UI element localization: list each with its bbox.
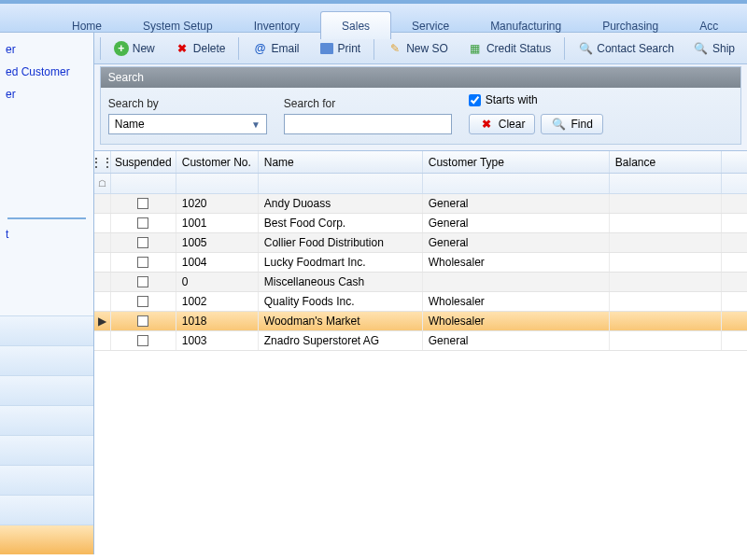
cell-suspended[interactable] xyxy=(111,273,176,291)
cell-customer-no: 1003 xyxy=(176,331,259,350)
menu-tab-home[interactable]: Home xyxy=(51,13,122,39)
row-indicator xyxy=(94,292,111,311)
search-by-dropdown[interactable]: Name ▼ xyxy=(108,114,267,134)
cell-balance xyxy=(610,214,722,232)
menu-tab-manufacturing[interactable]: Manufacturing xyxy=(470,13,582,39)
cell-type: Wholesaler xyxy=(423,292,610,311)
cell-suspended[interactable] xyxy=(111,312,176,330)
checkbox-icon[interactable] xyxy=(137,276,148,287)
row-selector-header[interactable]: ⋮⋮ xyxy=(94,151,111,173)
cell-suspended[interactable] xyxy=(111,331,176,350)
checkbox-icon[interactable] xyxy=(137,296,148,307)
cell-type: General xyxy=(423,194,610,213)
document-icon: ✎ xyxy=(388,41,402,56)
checkbox-icon[interactable] xyxy=(137,315,148,327)
new-button[interactable]: +New xyxy=(106,37,163,60)
col-customer-type[interactable]: Customer Type xyxy=(423,151,610,173)
row-indicator xyxy=(94,253,111,272)
row-indicator xyxy=(94,331,111,350)
col-balance[interactable]: Balance xyxy=(610,151,722,173)
col-customer-no[interactable]: Customer No. xyxy=(176,151,259,173)
at-icon: @ xyxy=(252,41,267,56)
cell-suspended[interactable] xyxy=(111,233,176,252)
cell-balance xyxy=(610,331,722,350)
row-indicator xyxy=(94,273,111,291)
sidebar-stack-item[interactable] xyxy=(0,375,93,405)
table-row[interactable]: 1001Best Food Corp.General xyxy=(94,214,747,233)
row-indicator: ▶ xyxy=(94,312,111,330)
new-so-button[interactable]: ✎New SO xyxy=(379,37,457,60)
sidebar-stack-item[interactable] xyxy=(0,315,93,345)
table-row[interactable]: 1005Collier Food DistributionGeneral xyxy=(94,233,747,253)
cell-name: Best Food Corp. xyxy=(259,214,423,232)
search-for-label: Search for xyxy=(284,97,452,110)
magnifier-icon: 🔍 xyxy=(551,117,566,132)
magnifier-icon: 🔍 xyxy=(578,41,593,56)
menu-tab-acc[interactable]: Acc xyxy=(679,13,739,39)
credit-status-button[interactable]: ▦Credit Status xyxy=(459,37,559,60)
cell-suspended[interactable] xyxy=(111,292,176,311)
sidebar-link[interactable]: er xyxy=(0,38,93,61)
table-row[interactable]: 1002Quality Foods Inc.Wholesaler xyxy=(94,292,747,312)
menu-tab-sales[interactable]: Sales xyxy=(320,11,391,39)
checkbox-icon[interactable] xyxy=(137,217,148,229)
chevron-down-icon: ▼ xyxy=(251,119,261,130)
cell-suspended[interactable] xyxy=(111,253,176,272)
cell-suspended[interactable] xyxy=(111,194,176,213)
checkbox-icon[interactable] xyxy=(137,257,148,268)
cell-type: General xyxy=(423,331,610,350)
search-panel-title: Search xyxy=(101,67,740,88)
search-for-input[interactable] xyxy=(284,114,452,134)
cell-type xyxy=(423,273,610,291)
row-indicator xyxy=(94,233,111,252)
printer-icon xyxy=(319,41,334,56)
cell-balance xyxy=(610,253,722,272)
cell-type: General xyxy=(423,214,610,232)
main-menubar: HomeSystem SetupInventorySalesServiceMan… xyxy=(0,0,747,33)
clear-button[interactable]: ✖Clear xyxy=(469,114,536,134)
table-row[interactable]: 1020Andy DuoassGeneral xyxy=(94,194,747,214)
cell-balance xyxy=(610,194,722,213)
cell-balance xyxy=(610,292,722,311)
grid-header: ⋮⋮ Suspended Customer No. Name Customer … xyxy=(94,151,747,174)
sidebar-link[interactable]: t xyxy=(0,223,93,245)
email-button[interactable]: @Email xyxy=(244,37,307,60)
left-sidebar: ered Customerert xyxy=(0,33,94,554)
sidebar-link[interactable]: ed Customer xyxy=(0,61,93,83)
sidebar-stack-item[interactable] xyxy=(0,495,93,525)
sidebar-stack-item[interactable] xyxy=(0,465,93,495)
ship-button[interactable]: 🔍Ship xyxy=(685,37,743,60)
cell-customer-no: 1004 xyxy=(176,253,259,272)
cell-name: Miscellaneous Cash xyxy=(259,273,423,291)
sidebar-link[interactable]: er xyxy=(0,83,93,105)
grid-filter-row[interactable]: ☖ xyxy=(94,174,747,194)
filter-icon: ☖ xyxy=(94,174,111,193)
menu-tab-system-setup[interactable]: System Setup xyxy=(122,13,233,39)
checkbox-icon[interactable] xyxy=(137,237,148,248)
cell-balance xyxy=(610,312,722,330)
contact-search-button[interactable]: 🔍Contact Search xyxy=(570,37,683,60)
print-button[interactable]: Print xyxy=(311,37,370,60)
sidebar-stack-item[interactable] xyxy=(0,345,93,375)
menu-tab-inventory[interactable]: Inventory xyxy=(233,13,320,39)
starts-with-checkbox[interactable] xyxy=(469,94,481,106)
checkbox-icon[interactable] xyxy=(137,198,148,209)
delete-button[interactable]: ✖Delete xyxy=(166,37,234,60)
col-name[interactable]: Name xyxy=(259,151,423,173)
table-row[interactable]: ▶1018Woodman's MarketWholesaler xyxy=(94,312,747,331)
checkbox-icon[interactable] xyxy=(137,335,148,346)
col-suspended[interactable]: Suspended xyxy=(111,151,176,173)
cell-balance xyxy=(610,233,722,252)
table-row[interactable]: 1003Znadro Superstoret AGGeneral xyxy=(94,331,747,351)
cell-suspended[interactable] xyxy=(111,214,176,232)
find-button[interactable]: 🔍Find xyxy=(541,114,602,134)
x-icon: ✖ xyxy=(479,117,494,132)
sidebar-stack-item[interactable] xyxy=(0,525,93,554)
sidebar-stack-item[interactable] xyxy=(0,405,93,435)
menu-tab-purchasing[interactable]: Purchasing xyxy=(582,13,679,39)
menu-tab-service[interactable]: Service xyxy=(391,13,470,39)
table-row[interactable]: 0Miscellaneous Cash xyxy=(94,273,747,292)
sidebar-stack-item[interactable] xyxy=(0,435,93,465)
cell-customer-no: 1018 xyxy=(176,312,259,330)
table-row[interactable]: 1004Lucky Foodmart Inc.Wholesaler xyxy=(94,253,747,273)
